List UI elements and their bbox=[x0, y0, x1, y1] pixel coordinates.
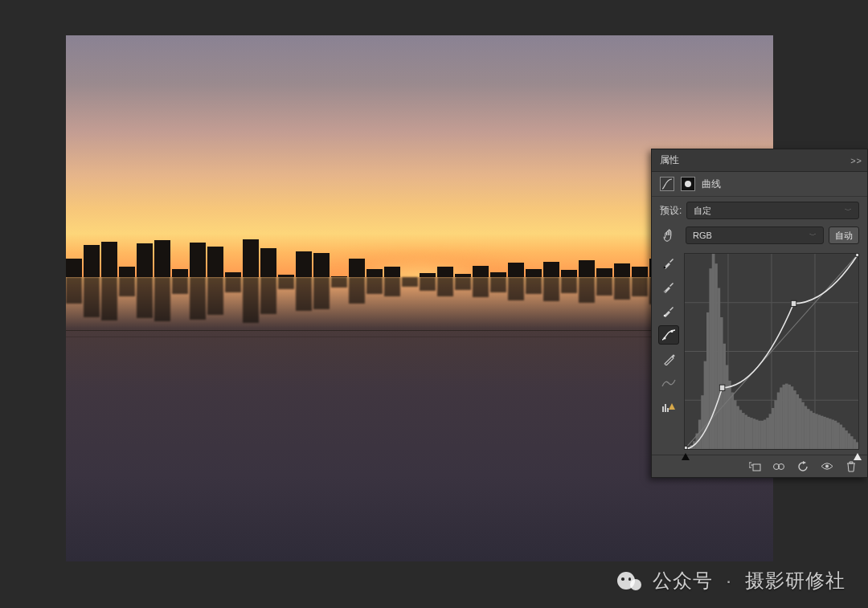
channel-dropdown[interactable]: RGB ﹀ bbox=[686, 226, 824, 244]
svg-rect-36 bbox=[744, 414, 747, 449]
watermark-prefix: 公众号 bbox=[653, 568, 713, 594]
svg-rect-43 bbox=[764, 420, 767, 449]
svg-rect-42 bbox=[761, 421, 764, 449]
svg-rect-55 bbox=[796, 394, 799, 449]
svg-rect-26 bbox=[718, 288, 721, 449]
panel-collapse-button[interactable]: >> bbox=[850, 156, 862, 165]
trash-icon[interactable] bbox=[845, 460, 858, 473]
svg-rect-34 bbox=[739, 410, 743, 449]
eyedropper-gray-icon[interactable] bbox=[658, 277, 679, 296]
svg-point-0 bbox=[664, 267, 666, 269]
watermark-name: 摄影研修社 bbox=[745, 568, 845, 594]
svg-point-4 bbox=[671, 330, 674, 333]
svg-rect-63 bbox=[817, 414, 821, 449]
svg-rect-78 bbox=[685, 446, 687, 449]
svg-rect-5 bbox=[662, 406, 664, 412]
svg-rect-6 bbox=[665, 404, 666, 412]
svg-rect-53 bbox=[791, 386, 794, 449]
svg-rect-28 bbox=[723, 344, 726, 449]
svg-rect-61 bbox=[813, 413, 816, 449]
svg-rect-38 bbox=[750, 418, 753, 449]
curves-graph[interactable] bbox=[684, 253, 859, 450]
svg-rect-52 bbox=[788, 385, 791, 449]
preset-value: 自定 bbox=[694, 205, 711, 217]
svg-rect-19 bbox=[698, 420, 702, 449]
svg-rect-33 bbox=[736, 406, 739, 449]
curve-tools-column bbox=[658, 253, 679, 450]
svg-rect-30 bbox=[728, 381, 731, 449]
svg-point-85 bbox=[825, 465, 829, 468]
svg-rect-81 bbox=[856, 254, 858, 257]
svg-rect-58 bbox=[805, 406, 808, 449]
auto-button-label: 自动 bbox=[835, 230, 853, 242]
svg-rect-60 bbox=[809, 411, 813, 449]
svg-rect-69 bbox=[834, 421, 837, 449]
adjustment-type-row: 曲线 bbox=[652, 172, 867, 197]
svg-rect-73 bbox=[845, 430, 848, 449]
channel-row: RGB ﹀ 自动 bbox=[652, 224, 867, 250]
svg-rect-20 bbox=[701, 395, 704, 449]
svg-rect-67 bbox=[829, 418, 832, 449]
svg-rect-64 bbox=[821, 416, 824, 449]
svg-rect-80 bbox=[791, 300, 796, 306]
svg-rect-31 bbox=[731, 393, 734, 449]
svg-rect-46 bbox=[772, 408, 775, 449]
svg-point-2 bbox=[664, 315, 666, 317]
svg-rect-65 bbox=[823, 417, 826, 449]
curve-edit-icon[interactable] bbox=[658, 325, 679, 345]
svg-rect-50 bbox=[783, 385, 786, 449]
wechat-logo-icon bbox=[617, 571, 641, 590]
auto-button[interactable]: 自动 bbox=[829, 226, 859, 244]
svg-rect-35 bbox=[742, 413, 745, 449]
svg-rect-82 bbox=[753, 464, 760, 471]
svg-rect-7 bbox=[667, 408, 669, 412]
finger-tool-icon[interactable] bbox=[660, 226, 681, 245]
panel-header: 属性 >> bbox=[652, 149, 867, 172]
reset-icon[interactable] bbox=[796, 460, 809, 473]
smooth-icon[interactable] bbox=[658, 373, 679, 393]
svg-rect-45 bbox=[769, 414, 772, 449]
preset-dropdown[interactable]: 自定 ﹀ bbox=[686, 202, 859, 219]
properties-panel: 属性 >> 曲线 预设: 自定 ﹀ RGB ﹀ 自动 bbox=[651, 149, 868, 478]
svg-rect-49 bbox=[780, 387, 783, 449]
svg-rect-59 bbox=[807, 409, 810, 449]
curves-adjustment-icon[interactable] bbox=[660, 177, 674, 191]
white-point-handle[interactable] bbox=[854, 453, 862, 460]
svg-rect-76 bbox=[853, 439, 856, 449]
pencil-icon[interactable] bbox=[658, 349, 679, 369]
histogram-warning-icon[interactable] bbox=[658, 398, 679, 417]
svg-rect-62 bbox=[815, 414, 818, 449]
svg-rect-37 bbox=[747, 417, 751, 449]
svg-rect-72 bbox=[842, 427, 845, 449]
preset-row: 预设: 自定 ﹀ bbox=[652, 197, 867, 224]
clip-to-layer-icon[interactable] bbox=[748, 460, 761, 473]
black-point-handle[interactable] bbox=[682, 453, 690, 460]
svg-rect-56 bbox=[799, 398, 802, 449]
svg-rect-39 bbox=[752, 418, 755, 449]
panel-title: 属性 bbox=[660, 153, 679, 167]
svg-rect-44 bbox=[766, 418, 769, 449]
svg-rect-79 bbox=[719, 385, 724, 390]
preset-label: 预设: bbox=[660, 204, 682, 218]
svg-rect-25 bbox=[714, 263, 718, 449]
svg-rect-40 bbox=[755, 420, 759, 449]
adjustment-label: 曲线 bbox=[702, 178, 721, 191]
svg-rect-57 bbox=[801, 402, 805, 449]
curves-editor bbox=[652, 250, 867, 455]
svg-rect-29 bbox=[726, 365, 729, 449]
visibility-icon[interactable] bbox=[821, 460, 833, 473]
chevron-down-icon: ﹀ bbox=[809, 231, 817, 241]
chevron-down-icon: ﹀ bbox=[845, 206, 852, 216]
eyedropper-black-icon[interactable] bbox=[658, 253, 679, 272]
watermark-dot: · bbox=[724, 569, 734, 592]
channel-value: RGB bbox=[693, 231, 712, 240]
svg-point-1 bbox=[664, 291, 666, 293]
svg-rect-66 bbox=[826, 418, 829, 449]
svg-rect-74 bbox=[848, 434, 851, 449]
input-range-slider[interactable] bbox=[685, 451, 858, 460]
svg-rect-68 bbox=[831, 420, 834, 449]
view-previous-icon[interactable] bbox=[772, 460, 785, 473]
svg-rect-51 bbox=[785, 384, 788, 449]
eyedropper-white-icon[interactable] bbox=[658, 301, 679, 320]
layer-mask-icon[interactable] bbox=[681, 177, 695, 191]
